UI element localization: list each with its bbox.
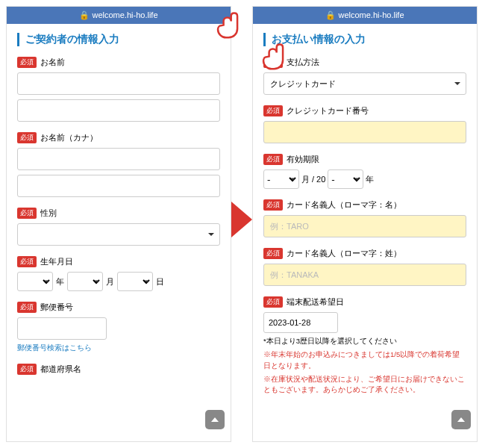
required-badge: 必須: [17, 302, 37, 313]
gender-label: 性別: [40, 208, 57, 219]
required-badge: 必須: [17, 208, 37, 219]
section-title-left: ご契約者の情報入力: [17, 33, 220, 46]
method-select[interactable]: クレジットカード: [263, 72, 466, 95]
cc-input[interactable]: [263, 121, 466, 143]
postal-input[interactable]: [17, 317, 107, 340]
kana-sei-input[interactable]: [17, 148, 220, 170]
note3: ※在庫状況や配送状況により、ご希望日にお届けできないこともございます。あらかじめ…: [263, 374, 466, 396]
lock-icon: 🔒: [79, 10, 90, 20]
required-badge: 必須: [263, 154, 283, 165]
holder-first-label: カード名義人（ローマ字：名）: [287, 199, 401, 211]
pointing-hand-icon: [214, 7, 245, 42]
dob-label: 生年月日: [40, 256, 73, 267]
arrow-icon: [231, 202, 252, 237]
ship-date-input[interactable]: [263, 312, 338, 333]
url-text: welcome.hi-ho.life: [92, 10, 157, 19]
required-badge: 必須: [263, 248, 283, 259]
exp-year[interactable]: -: [328, 169, 363, 189]
pref-label: 都道府県名: [40, 364, 81, 375]
method-label: 支払方法: [287, 57, 319, 68]
dob-month[interactable]: [67, 272, 103, 291]
exp-month[interactable]: -: [263, 169, 299, 189]
required-badge: 必須: [17, 256, 37, 267]
gender-select[interactable]: [17, 223, 220, 246]
url-text: welcome.hi-ho.life: [338, 10, 404, 19]
ship-label: 端末配送希望日: [287, 296, 344, 308]
holder-last-label: カード名義人（ローマ字：姓）: [287, 248, 401, 259]
name-label: お名前: [40, 57, 65, 68]
required-badge: 必須: [263, 199, 283, 211]
holder-first-input[interactable]: [263, 215, 466, 237]
url-bar: 🔒welcome.hi-ho.life: [253, 7, 477, 24]
pointing-hand-icon: [260, 39, 291, 73]
scroll-top-button[interactable]: [451, 410, 471, 429]
left-panel: 🔒welcome.hi-ho.life ご契約者の情報入力 必須お名前 必須お名…: [6, 6, 231, 442]
section-title-right: お支払い情報の入力: [263, 33, 466, 46]
postal-search-link[interactable]: 郵便番号検索はこちら: [17, 343, 220, 353]
name-mei-input[interactable]: [17, 99, 220, 122]
url-bar: 🔒welcome.hi-ho.life: [7, 7, 231, 24]
required-badge: 必須: [263, 105, 283, 116]
dob-year[interactable]: [17, 272, 53, 291]
scroll-top-button[interactable]: [205, 410, 225, 429]
required-badge: 必須: [17, 132, 37, 143]
note2: ※年末年始のお申込みにつきましては1/5以降での着荷希望日となります。: [263, 349, 466, 371]
required-badge: 必須: [263, 296, 283, 308]
note1: *本日より3歴日以降を選択してください: [263, 336, 466, 346]
dob-day[interactable]: [117, 272, 153, 291]
postal-label: 郵便番号: [40, 302, 73, 313]
required-badge: 必須: [17, 364, 37, 375]
lock-icon: 🔒: [325, 10, 336, 20]
name-sei-input[interactable]: [17, 72, 220, 95]
holder-last-input[interactable]: [263, 264, 466, 286]
kana-label: お名前（カナ）: [40, 132, 98, 143]
cc-label: クレジットカード番号: [287, 105, 369, 116]
exp-label: 有効期限: [287, 154, 319, 165]
required-badge: 必須: [17, 57, 37, 68]
kana-mei-input[interactable]: [17, 175, 220, 197]
